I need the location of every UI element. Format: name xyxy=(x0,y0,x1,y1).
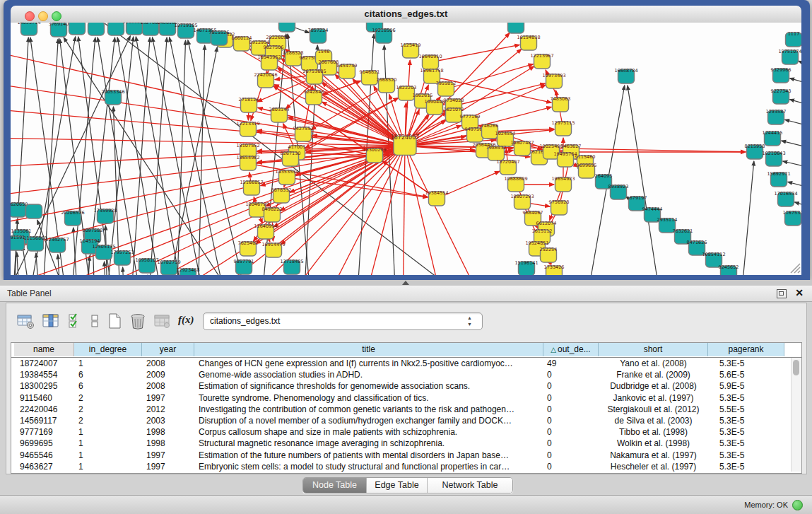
citation-edge-selected[interactable] xyxy=(430,45,519,62)
column-header-short[interactable]: short xyxy=(599,343,708,356)
table-cell[interactable]: 1997 xyxy=(142,450,194,461)
citation-edge-selected[interactable] xyxy=(274,85,405,146)
table-cell[interactable]: 19384554 xyxy=(14,369,74,380)
network-node[interactable]: 8454749 xyxy=(337,63,358,78)
table-cell[interactable]: Franke et al. (2009) xyxy=(599,369,708,380)
table-cell[interactable]: 0 xyxy=(543,461,599,472)
network-node[interactable]: 7857224 xyxy=(308,28,329,43)
network-node[interactable]: 7815526 xyxy=(209,30,230,45)
table-cell[interactable]: Estimation of significance thresholds fo… xyxy=(194,380,543,392)
new-file-icon[interactable] xyxy=(107,313,122,330)
table-cell[interactable]: Structural magnetic resonance image aver… xyxy=(194,438,543,449)
table-row[interactable]: 1938455462009Genome-wide association stu… xyxy=(11,369,792,380)
citation-edge[interactable] xyxy=(123,267,124,275)
citation-edge[interactable] xyxy=(794,202,801,209)
network-node[interactable]: 12975115 xyxy=(551,120,575,136)
network-node[interactable]: 9756928 xyxy=(549,199,570,215)
table-cell[interactable]: 5.3E-5 xyxy=(708,415,784,426)
table-cell[interactable]: 2009 xyxy=(142,369,194,380)
network-node[interactable]: 391591 xyxy=(11,235,25,250)
network-node[interactable]: 8938923 xyxy=(608,184,629,199)
network-node[interactable]: 9699695 xyxy=(577,163,597,178)
network-node[interactable]: 15751074 xyxy=(778,49,801,64)
table-cell[interactable]: 1997 xyxy=(142,392,194,404)
network-node[interactable]: 10688609 xyxy=(504,176,527,192)
panel-splitter[interactable] xyxy=(0,280,812,286)
table-cell[interactable]: 6 xyxy=(74,369,142,380)
table-options-icon[interactable] xyxy=(16,313,36,330)
network-node[interactable]: 1733426 xyxy=(544,264,565,275)
table-cell[interactable]: 5.3E-5 xyxy=(708,461,784,472)
network-node[interactable]: 14055714 xyxy=(17,23,40,35)
network-node[interactable]: 20206576 xyxy=(61,210,84,226)
table-cell[interactable]: 0 xyxy=(543,415,599,426)
table-cell[interactable]: 5.9E-5 xyxy=(708,380,784,392)
tab-network-table[interactable]: Network Table xyxy=(428,478,512,493)
column-header-pagerank[interactable]: pagerank xyxy=(708,343,784,356)
network-node[interactable]: 10807487 xyxy=(510,140,534,156)
citation-network-graph[interactable]: 1872400778638228660124891295428226058982… xyxy=(11,23,801,275)
network-node[interactable]: 16033809 xyxy=(275,23,298,32)
table-cell[interactable]: 0 xyxy=(543,438,599,449)
network-node[interactable]: 12923488 xyxy=(176,267,199,275)
network-node[interactable]: 9857791 xyxy=(234,259,254,274)
network-node[interactable]: 1117 xyxy=(786,31,802,47)
table-cell[interactable]: Investigating the contribution of common… xyxy=(194,404,543,415)
citation-edge[interactable] xyxy=(106,37,134,275)
citation-edge[interactable] xyxy=(741,161,754,275)
tab-node-table[interactable]: Node Table xyxy=(303,478,367,493)
network-node[interactable]: 19495764 xyxy=(553,151,577,167)
network-node[interactable]: 26753685 xyxy=(302,69,326,84)
network-node[interactable]: 2887682 xyxy=(506,23,526,33)
network-canvas[interactable]: 1872400778638228660124891295428226058982… xyxy=(11,23,801,275)
network-node[interactable]: 16210643 xyxy=(762,151,785,166)
column-header-title[interactable]: title xyxy=(194,343,543,356)
table-cell[interactable]: 1997 xyxy=(142,461,194,472)
table-cell[interactable]: Changes of HCN gene expression and I(f) … xyxy=(194,358,543,369)
network-node[interactable]: 11156863 xyxy=(23,235,47,251)
network-node[interactable]: 1167531 xyxy=(783,210,801,226)
table-row[interactable]: 1456911722003Disruption of a novel membe… xyxy=(11,415,792,426)
network-node[interactable]: 9227343 xyxy=(771,88,792,104)
table-cell[interactable]: 9777169 xyxy=(14,426,74,438)
tab-edge-table[interactable]: Edge Table xyxy=(367,478,428,493)
table-cell[interactable]: Nakamura et al. (1997) xyxy=(599,450,708,461)
network-node[interactable]: 8267130 xyxy=(281,151,301,166)
table-vertical-scrollbar[interactable] xyxy=(791,358,801,472)
citation-edge[interactable] xyxy=(166,47,217,275)
table-row[interactable]: 1872400712008Changes of HCN gene express… xyxy=(11,358,792,369)
table-cell[interactable]: 1998 xyxy=(142,426,194,438)
citation-edge[interactable] xyxy=(36,253,40,275)
table-cell[interactable]: 9115460 xyxy=(14,392,74,404)
network-node[interactable]: 16648784 xyxy=(614,68,637,83)
delete-icon[interactable] xyxy=(129,313,148,330)
table-cell[interactable]: 9465546 xyxy=(14,450,74,461)
table-cell[interactable]: 0 xyxy=(543,392,599,404)
network-node[interactable]: 12213967 xyxy=(530,53,553,69)
table-cell[interactable]: Genome-wide association studies in ADHD. xyxy=(194,369,543,380)
network-node[interactable]: 20053346 xyxy=(101,89,124,105)
table-cell[interactable]: 2 xyxy=(74,392,142,404)
table-selector[interactable]: citations_edges.txt ▲▼ xyxy=(203,313,483,330)
table-cell[interactable]: 0 xyxy=(543,369,599,380)
table-row[interactable]: 1830029562008Estimation of significance … xyxy=(11,380,792,392)
network-node[interactable]: 16914479 xyxy=(261,242,285,257)
table-cell[interactable]: Stergiakouli et al. (2012) xyxy=(599,404,708,415)
network-node[interactable]: 252254 xyxy=(540,247,558,262)
network-node[interactable] xyxy=(69,23,86,35)
table-row[interactable]: 946362711997Embryonic stem cells: a mode… xyxy=(11,461,792,472)
table-row[interactable]: 946554611997Estimation of the future num… xyxy=(11,450,792,461)
table-cell[interactable]: 5.6E-5 xyxy=(708,369,784,380)
row-chooser-icon[interactable] xyxy=(90,313,100,330)
network-node[interactable]: 12342757 xyxy=(45,237,69,252)
network-node[interactable]: 19218506 xyxy=(372,28,395,43)
close-panel-icon[interactable]: ✕ xyxy=(795,287,804,298)
column-header-in_degree[interactable]: in_degree xyxy=(74,343,142,356)
network-node[interactable]: 2568520 xyxy=(377,77,397,93)
network-node[interactable]: 15196141 xyxy=(514,260,538,275)
table-cell[interactable]: 2 xyxy=(74,415,142,426)
table-row[interactable]: 969969511998Structural magnetic resonanc… xyxy=(11,438,792,449)
network-node[interactable]: 1293587 xyxy=(766,109,787,124)
table-cell[interactable]: 2008 xyxy=(142,380,194,392)
network-node[interactable]: 15692971 xyxy=(767,171,790,187)
